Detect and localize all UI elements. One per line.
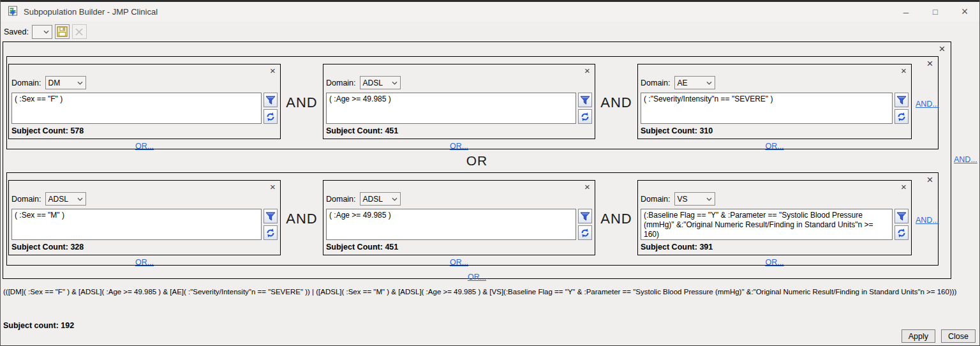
refresh-button[interactable] [264,109,278,124]
filter-unit: × Domain: VS (:Baseline Flag == "Y" & :P… [637,180,912,267]
chevron-down-icon [392,81,397,85]
refresh-button[interactable] [578,225,592,240]
domain-select[interactable]: ADSL [45,192,86,206]
expression-input[interactable]: ( :Age >= 49.985 ) [326,209,576,240]
minimize-button[interactable]: – [891,2,921,21]
domain-value: ADSL [363,79,383,87]
or-link[interactable]: OR... [135,142,154,151]
or-link[interactable]: OR... [135,258,154,267]
domain-select[interactable]: AE [674,76,715,89]
cards-row: × Domain: DM ( :Sex == "F" ) [7,57,938,151]
outer-or-link-row: OR... [3,271,951,282]
chevron-down-icon [706,81,712,85]
outer-and-link[interactable]: AND... [954,155,977,164]
expression-row: (:Baseline Flag == "Y" & :Parameter == "… [641,209,909,240]
close-filter-button[interactable]: × [267,65,278,76]
or-link[interactable]: OR... [450,258,468,267]
chevron-down-icon [77,197,83,201]
expression-input[interactable]: ( :Sex == "F" ) [11,93,262,124]
filter-button[interactable] [264,93,278,107]
close-filter-button[interactable]: × [898,181,909,192]
floppy-disk-icon [57,26,68,37]
subject-count: Subject Count: 578 [11,126,278,135]
domain-value: ADSL [363,195,383,204]
domain-value: DM [48,79,61,87]
filter-button[interactable] [578,93,592,107]
funnel-icon [580,211,590,222]
refresh-button[interactable] [895,225,909,240]
or-link[interactable]: OR... [765,258,783,267]
subject-count-value: 451 [385,126,398,135]
filter-unit: × Domain: AE ( :"Severity/Intensity"n ==… [637,64,912,151]
filter-card-ae: × Domain: AE ( :"Severity/Intensity"n ==… [637,64,912,139]
filter-button[interactable] [895,93,909,107]
close-filter-button[interactable]: × [267,181,278,192]
subject-count: Subject Count: 328 [11,243,278,252]
subject-count: Subject Count: 391 [641,243,909,252]
refresh-button[interactable] [578,109,592,124]
and-link[interactable]: AND... [916,100,939,109]
filter-button[interactable] [264,209,278,223]
chevron-down-icon [392,197,397,201]
or-link[interactable]: OR... [450,142,468,151]
expression-input[interactable]: ( :"Severity/Intensity"n == "SEVERE" ) [641,93,893,124]
saved-select[interactable] [32,25,52,39]
domain-value: VS [678,195,688,204]
filter-card-adsl-age: × Domain: ADSL ( :Age >= 49.985 ) [323,180,595,255]
domain-select[interactable]: ADSL [360,192,401,206]
expression-input[interactable]: (:Baseline Flag == "Y" & :Parameter == "… [641,209,893,240]
close-filter-button[interactable]: × [898,65,909,76]
subject-count-label: Subject Count: [11,243,68,252]
apply-button[interactable]: Apply [902,329,935,343]
window-close-button[interactable]: × [950,2,979,21]
delete-saved-button[interactable] [72,24,87,39]
and-link[interactable]: AND... [916,216,939,225]
close-filter-button[interactable]: × [582,65,593,76]
icon-column [895,93,909,124]
expression-row: ( :Sex == "F" ) [11,93,278,124]
subject-count: Subject Count: 310 [641,126,909,135]
subject-count-label: Subject Count: [641,126,697,135]
domain-select[interactable]: VS [674,192,715,206]
subject-count-label: Subject Count: [11,126,68,135]
refresh-icon [896,228,907,238]
close-button[interactable]: Close [941,329,976,343]
close-filter-button[interactable]: × [582,181,593,192]
icon-column [895,209,909,240]
and-separator-label: AND [281,211,323,227]
refresh-button[interactable] [264,225,278,240]
domain-label: Domain: [326,79,356,87]
domain-row: Domain: VS [641,192,909,206]
icon-column [264,93,278,124]
domain-select[interactable]: DM [45,76,86,89]
saved-label: Saved: [4,27,29,36]
and-filter-group-2: × × Domain: ADSL ( :Sex == "M" [6,172,939,266]
refresh-icon [265,228,276,238]
close-outer-group-button[interactable]: × [937,43,947,54]
saved-toolbar: Saved: [4,24,87,39]
close-group-button[interactable]: × [924,174,935,185]
outer-or-link[interactable]: OR... [468,273,486,282]
filter-button[interactable] [578,209,592,223]
expression-input[interactable]: ( :Sex == "M" ) [11,209,262,240]
domain-row: Domain: ADSL [11,192,278,206]
subject-count-label: Subject Count: [326,243,383,252]
close-group-button[interactable]: × [924,58,935,69]
total-subject-count-value: 192 [61,321,74,330]
window-title: Subpopulation Builder - JMP Clinical [24,7,158,17]
save-subpopulation-button[interactable] [55,24,70,39]
expression-row: ( :Sex == "M" ) [11,209,278,240]
domain-select[interactable]: ADSL [360,76,401,89]
or-link[interactable]: OR... [765,142,783,151]
total-subject-count-label: Subject count: [3,321,59,330]
refresh-button[interactable] [895,109,909,124]
expression-input[interactable]: ( :Age >= 49.985 ) [326,93,576,124]
funnel-icon [580,95,590,105]
domain-label: Domain: [641,79,671,87]
maximize-button[interactable]: □ [921,2,950,21]
filter-button[interactable] [895,209,909,223]
subpopulation-builder-window: Subpopulation Builder - JMP Clinical – □… [0,0,980,346]
jmp-clinical-app-icon [7,6,19,17]
total-subject-count: Subject count: 192 [3,321,74,330]
icon-column [578,93,592,124]
